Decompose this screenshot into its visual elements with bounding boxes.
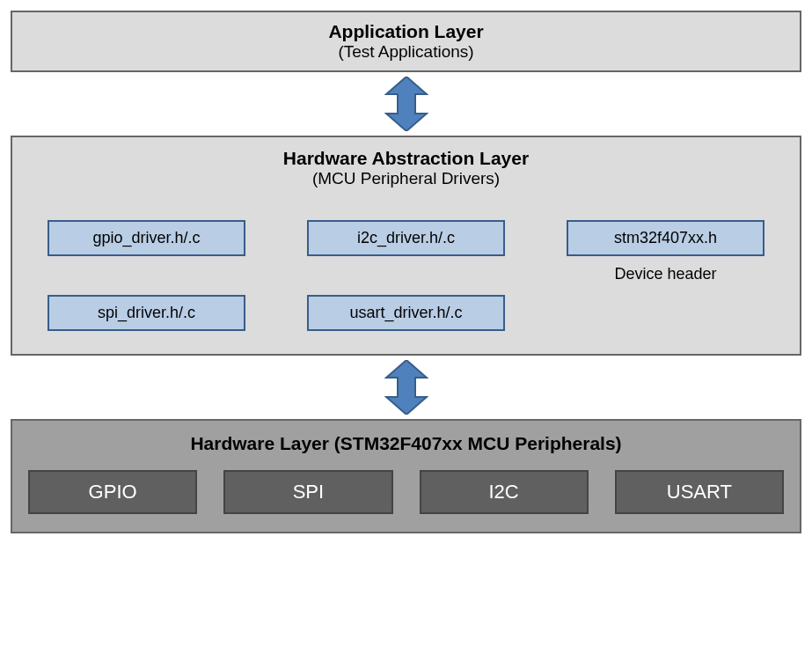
hardware-layer-title: Hardware Layer (STM32F407xx MCU Peripher…: [28, 433, 784, 454]
application-layer-title: Application Layer: [25, 21, 787, 42]
arrow-app-to-hal: [11, 72, 801, 136]
driver-grid: gpio_driver.h/.c i2c_driver.h/.c stm32f4…: [48, 220, 764, 331]
hardware-grid: GPIO SPI I2C USART: [28, 470, 784, 514]
application-layer-subtitle: (Test Applications): [25, 42, 787, 62]
double-arrow-icon: [384, 360, 428, 415]
svg-marker-1: [386, 360, 427, 415]
driver-cell-stm32: stm32f407xx.h Device header: [567, 220, 764, 256]
driver-cell-empty: [567, 295, 764, 331]
driver-cell-spi: spi_driver.h/.c: [48, 295, 245, 331]
hw-box-spi: SPI: [223, 470, 392, 514]
driver-box-gpio: gpio_driver.h/.c: [48, 220, 245, 256]
driver-box-spi: spi_driver.h/.c: [48, 295, 245, 331]
svg-marker-0: [386, 77, 427, 131]
driver-box-stm32: stm32f407xx.h: [567, 220, 764, 256]
hw-box-gpio: GPIO: [28, 470, 197, 514]
hal-layer-title: Hardware Abstraction Layer: [48, 148, 764, 169]
hal-layer-subtitle: (MCU Peripheral Drivers): [48, 169, 764, 188]
application-layer-box: Application Layer (Test Applications): [11, 11, 801, 72]
driver-cell-i2c: i2c_driver.h/.c: [307, 220, 505, 256]
device-header-caption: Device header: [567, 265, 764, 283]
driver-box-usart: usart_driver.h/.c: [307, 295, 505, 331]
hal-layer-box: Hardware Abstraction Layer (MCU Peripher…: [11, 136, 801, 356]
hw-box-i2c: I2C: [420, 470, 589, 514]
driver-cell-gpio: gpio_driver.h/.c: [48, 220, 245, 256]
hw-box-usart: USART: [615, 470, 784, 514]
driver-box-i2c: i2c_driver.h/.c: [307, 220, 505, 256]
arrow-hal-to-hw: [11, 356, 801, 419]
double-arrow-icon: [384, 77, 428, 131]
driver-cell-usart: usart_driver.h/.c: [307, 295, 505, 331]
hardware-layer-box: Hardware Layer (STM32F407xx MCU Peripher…: [11, 419, 801, 533]
